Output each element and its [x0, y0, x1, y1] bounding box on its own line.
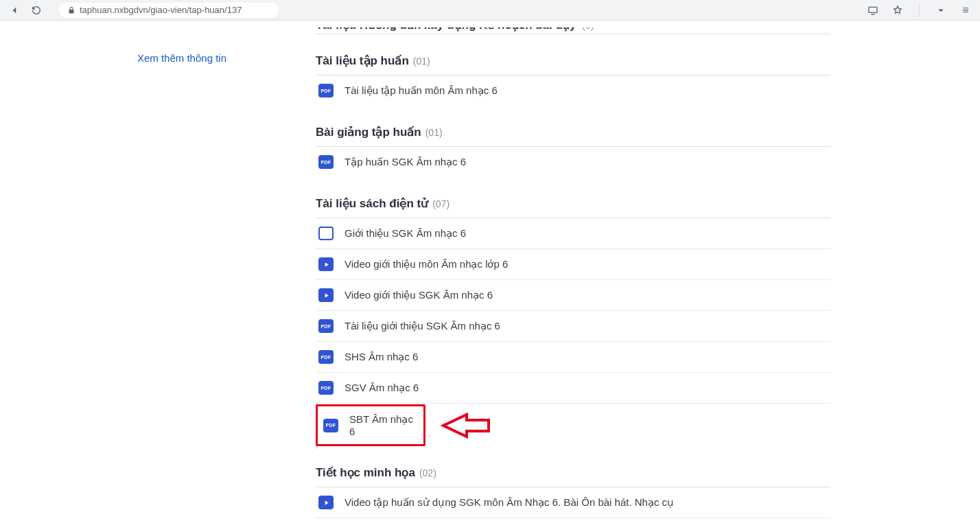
list-item[interactable]: Video giới thiệu môn Âm nhạc lớp 6: [316, 249, 830, 280]
main-content: Tài liệu Hướng dẫn xây dựng Kế hoạch bài…: [316, 27, 851, 521]
section-sachdt: Tài liệu sách điện tử (07) Giới thiệu SG…: [316, 196, 830, 446]
section-baigiang: Bài giảng tập huấn (01) PDF Tập huấn SGK…: [316, 125, 830, 177]
section-count: (02): [419, 467, 436, 478]
reload-icon[interactable]: [30, 4, 43, 16]
slide-icon: [318, 227, 334, 240]
more-icon[interactable]: ≡: [959, 4, 972, 16]
item-label: Tài liệu tập huấn môn Âm nhạc 6: [345, 84, 498, 97]
pdf-icon: PDF: [318, 319, 334, 333]
browser-right-controls: ≡: [867, 3, 972, 17]
list-item-highlighted[interactable]: PDF SBT Âm nhạc 6: [316, 404, 425, 446]
item-label: Tài liệu giới thiệu SGK Âm nhạc 6: [345, 320, 500, 332]
section-header: Tài liệu sách điện tử (07): [316, 196, 830, 218]
section-title-text: Bài giảng tập huấn: [316, 125, 421, 139]
list-item[interactable]: PDF SGV Âm nhạc 6: [316, 373, 830, 404]
section-header: Bài giảng tập huấn (01): [316, 125, 830, 147]
list-item[interactable]: PDF Tài liệu tập huấn môn Âm nhạc 6: [316, 76, 830, 106]
item-label: Tập huấn SGK Âm nhạc 6: [345, 156, 466, 168]
item-label: Video giới thiệu môn Âm nhạc lớp 6: [345, 258, 508, 270]
menu-chevron-icon[interactable]: [935, 4, 947, 16]
item-label: Video tập huấn sử dụng SGK môn Âm Nhạc 6…: [345, 496, 674, 509]
pdf-icon: PDF: [318, 155, 334, 169]
more-info-link[interactable]: Xem thêm thông tin: [137, 52, 226, 64]
star-icon[interactable]: [891, 4, 904, 16]
video-icon: [318, 496, 334, 509]
present-icon[interactable]: [867, 4, 879, 16]
address-bar[interactable]: taphuan.nxbgdvn/giao-vien/tap-huan/137: [59, 3, 279, 18]
list-item[interactable]: PDF SHS Âm nhạc 6: [316, 342, 830, 373]
list-item[interactable]: PDF Tài liệu giới thiệu SGK Âm nhạc 6: [316, 311, 830, 342]
list-item[interactable]: Video giới thiệu SGK Âm nhạc 6: [316, 280, 830, 311]
video-icon: [318, 257, 334, 271]
list-item[interactable]: Video tập huấn sử dụng SGK môn Âm Nhạc 6…: [316, 487, 830, 518]
divider: [919, 3, 920, 17]
item-label: SHS Âm nhạc 6: [345, 351, 418, 363]
address-text: taphuan.nxbgdvn/giao-vien/tap-huan/137: [80, 5, 242, 15]
pdf-icon: PDF: [318, 350, 334, 364]
section-clipped: Tài liệu Hướng dẫn xây dựng Kế hoạch bài…: [316, 27, 830, 34]
section-count: (01): [413, 56, 430, 67]
section-tiethoc: Tiết học minh họa (02) Video tập huấn sử…: [316, 465, 830, 521]
section-header: Tài liệu tập huấn (01): [316, 54, 830, 76]
section-title-text: Tiết học minh họa: [316, 465, 415, 480]
section-header: Tiết học minh họa (02): [316, 465, 830, 487]
pdf-icon: PDF: [318, 381, 334, 395]
arrow-annotation: [439, 412, 490, 439]
pdf-icon: PDF: [318, 84, 334, 97]
list-item[interactable]: Giới thiệu SGK Âm nhạc 6: [316, 218, 830, 249]
browser-left-controls: taphuan.nxbgdvn/giao-vien/tap-huan/137: [8, 3, 279, 18]
sidebar: Xem thêm thông tin: [0, 27, 316, 521]
section-count: (07): [432, 198, 450, 209]
section-title-text: Tài liệu sách điện tử: [316, 196, 428, 211]
list-item[interactable]: Video tập huấn sử dụng SGK môn Âm Nhạc 6…: [316, 518, 830, 521]
section-taphuan: Tài liệu tập huấn (01) PDF Tài liệu tập …: [316, 54, 830, 106]
browser-toolbar: taphuan.nxbgdvn/giao-vien/tap-huan/137 ≡: [0, 0, 980, 21]
video-icon: [318, 288, 334, 302]
pdf-icon: PDF: [323, 419, 338, 432]
section-title-text: Tài liệu tập huấn: [316, 54, 409, 68]
section-count: (01): [425, 127, 443, 138]
item-label: Video giới thiệu SGK Âm nhạc 6: [345, 289, 493, 301]
lock-icon: [67, 6, 75, 14]
item-label: Giới thiệu SGK Âm nhạc 6: [345, 227, 466, 240]
svg-rect-0: [869, 7, 877, 12]
item-label: SGV Âm nhạc 6: [345, 382, 419, 394]
list-item[interactable]: PDF Tập huấn SGK Âm nhạc 6: [316, 147, 830, 177]
item-label: SBT Âm nhạc 6: [349, 413, 418, 437]
section-count: (0): [582, 27, 594, 31]
section-title-text: Tài liệu Hướng dẫn xây dựng Kế hoạch bài…: [316, 27, 576, 32]
back-icon[interactable]: [8, 4, 21, 16]
